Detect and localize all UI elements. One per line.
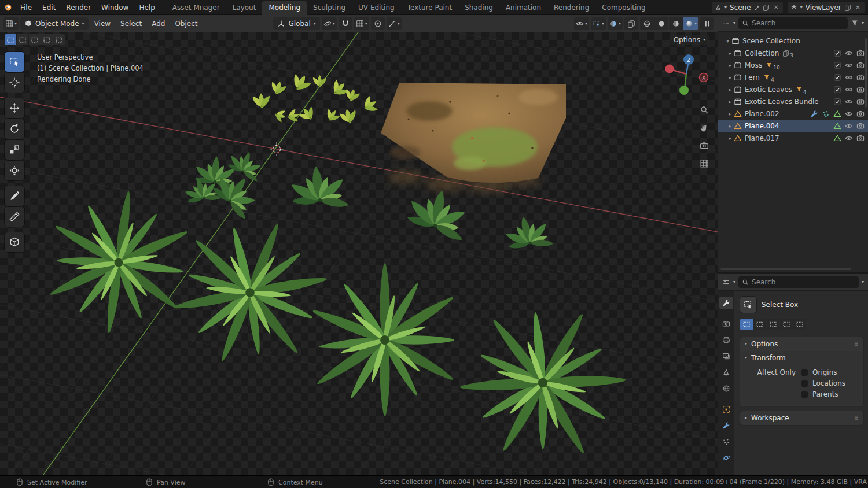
geometry-nodes-icon[interactable] bbox=[822, 110, 830, 118]
outliner-row-plane-004[interactable]: ▸ Plane.004 bbox=[718, 120, 868, 132]
gizmo-neg-x-axis[interactable] bbox=[665, 65, 674, 73]
filter-funnel-icon[interactable] bbox=[851, 19, 859, 27]
exclude-checkbox[interactable] bbox=[833, 61, 841, 69]
hide-eye-icon[interactable] bbox=[845, 49, 853, 57]
snapping-magnet-button[interactable] bbox=[339, 17, 352, 30]
panel-grip-icon[interactable]: ⠿ bbox=[854, 415, 859, 422]
properties-search-input[interactable] bbox=[752, 278, 855, 286]
tab-texture-paint[interactable]: Texture Paint bbox=[401, 1, 458, 15]
tab-particle-properties[interactable] bbox=[719, 435, 733, 448]
tab-compositing[interactable]: Compositing bbox=[595, 1, 652, 15]
viewlayer-selector[interactable]: ▾ ViewLayer × bbox=[788, 2, 865, 13]
outliner-row-moss[interactable]: ▸ Moss 10 bbox=[718, 59, 868, 71]
tab-world-properties[interactable] bbox=[719, 382, 733, 395]
shading-wireframe-button[interactable] bbox=[640, 17, 654, 30]
menu-view[interactable]: View bbox=[90, 15, 115, 32]
exclude-checkbox[interactable] bbox=[833, 98, 841, 106]
transform-panel-header[interactable]: ▾ Transform bbox=[740, 351, 863, 365]
mesh-data-icon[interactable] bbox=[833, 110, 841, 118]
blender-logo[interactable] bbox=[0, 3, 15, 12]
menu-help[interactable]: Help bbox=[134, 0, 160, 15]
outliner-item-label[interactable]: Fern bbox=[745, 73, 760, 82]
tab-shading[interactable]: Shading bbox=[458, 1, 499, 15]
mesh-data-icon[interactable] bbox=[833, 134, 841, 142]
tab-modeling[interactable]: Modeling bbox=[262, 1, 307, 15]
tool-add-cube[interactable] bbox=[5, 232, 24, 252]
tab-rendering[interactable]: Rendering bbox=[547, 1, 595, 15]
expand-chevron-icon[interactable]: ▸ bbox=[726, 135, 734, 141]
outliner-row-exotic-leaves[interactable]: ▸ Exotic Leaves 4 bbox=[718, 83, 868, 95]
camera-view-icon[interactable] bbox=[700, 141, 709, 150]
chevron-down-icon[interactable]: ▾ bbox=[862, 280, 864, 284]
hide-eye-icon[interactable] bbox=[845, 110, 853, 118]
outliner-row-collection[interactable]: ▸ Collection 3 bbox=[718, 47, 868, 59]
snap-ring-button[interactable]: ▾ bbox=[322, 17, 337, 30]
chevron-down-icon[interactable]: ▾ bbox=[733, 21, 735, 25]
expand-chevron-icon[interactable]: ▸ bbox=[726, 62, 734, 68]
render-camera-icon[interactable] bbox=[856, 61, 865, 69]
shading-solid-button[interactable] bbox=[654, 17, 668, 30]
outliner-item-label[interactable]: Exotic Leaves Bundle bbox=[745, 98, 819, 106]
render-camera-icon[interactable] bbox=[856, 98, 865, 106]
origins-checkbox-row[interactable]: Origins bbox=[801, 368, 858, 376]
select-mode-invert-button[interactable] bbox=[41, 34, 53, 45]
render-camera-icon[interactable] bbox=[856, 110, 865, 118]
render-camera-icon[interactable] bbox=[856, 73, 865, 82]
modifier-wrench-icon[interactable] bbox=[810, 110, 818, 118]
tool-transform[interactable] bbox=[5, 161, 24, 180]
shading-rendered-button[interactable]: ▾ bbox=[683, 17, 698, 30]
render-camera-icon[interactable] bbox=[856, 49, 865, 57]
expand-chevron-icon[interactable]: ▸ bbox=[726, 99, 734, 105]
snap-settings-dropdown[interactable]: ▾ bbox=[354, 17, 369, 30]
tab-render-properties[interactable] bbox=[719, 317, 733, 330]
locations-checkbox-row[interactable]: Locations bbox=[801, 379, 858, 387]
tab-asset-manager[interactable]: Asset Mnager bbox=[166, 1, 226, 15]
ortho-grid-icon[interactable] bbox=[700, 159, 709, 168]
panel-grip-icon[interactable]: ⠿ bbox=[854, 341, 859, 347]
hide-eye-icon[interactable] bbox=[845, 134, 853, 142]
tab-layout[interactable]: Layout bbox=[226, 1, 263, 15]
editor-splitter[interactable] bbox=[718, 272, 868, 274]
outliner-item-label[interactable]: Plane.017 bbox=[745, 134, 779, 142]
chevron-down-icon[interactable]: ▾ bbox=[733, 280, 735, 284]
menu-file[interactable]: File bbox=[15, 0, 37, 15]
outliner-row-scene-collection[interactable]: ▾ Scene Collection bbox=[718, 35, 868, 47]
tool-move[interactable] bbox=[5, 98, 24, 118]
locations-checkbox[interactable] bbox=[801, 380, 808, 387]
hide-eye-icon[interactable] bbox=[845, 61, 853, 69]
gizmo-y-axis[interactable] bbox=[679, 86, 689, 95]
render-camera-icon[interactable] bbox=[856, 86, 865, 94]
expand-chevron-icon[interactable]: ▸ bbox=[726, 123, 734, 129]
select-mode-extend-button[interactable] bbox=[17, 34, 28, 45]
remove-viewlayer-icon[interactable]: × bbox=[854, 3, 862, 11]
tab-object-properties[interactable] bbox=[719, 403, 733, 416]
parents-checkbox[interactable] bbox=[801, 391, 808, 398]
outliner-row-exotic-leaves-bundle[interactable]: ▸ Exotic Leaves Bundle bbox=[718, 95, 868, 108]
tool-rotate[interactable] bbox=[5, 119, 24, 139]
shading-material-button[interactable] bbox=[669, 17, 683, 30]
falloff-dropdown[interactable]: ▾ bbox=[387, 17, 402, 30]
outliner-item-label[interactable]: Collection bbox=[745, 49, 779, 57]
properties-editor-icon[interactable] bbox=[722, 278, 730, 286]
outliner-row-plane-002[interactable]: ▸ Plane.002 bbox=[718, 108, 868, 120]
menu-object[interactable]: Object bbox=[171, 15, 201, 32]
unlink-scene-icon[interactable]: × bbox=[773, 3, 780, 11]
tool-select-box[interactable] bbox=[5, 52, 24, 72]
pause-render-button[interactable] bbox=[700, 17, 714, 30]
tab-scene-properties[interactable] bbox=[719, 366, 733, 379]
options-panel-header[interactable]: ▾ Options ⠿ bbox=[740, 337, 863, 351]
expand-chevron-icon[interactable]: ▸ bbox=[726, 111, 734, 117]
mesh-data-icon[interactable] bbox=[833, 122, 841, 130]
tab-physics-properties[interactable] bbox=[719, 452, 733, 464]
outliner-row-plane-017[interactable]: ▸ Plane.017 bbox=[718, 132, 868, 144]
select-mode-subtract-button[interactable] bbox=[767, 319, 779, 330]
hide-eye-icon[interactable] bbox=[845, 73, 853, 82]
active-tool-button[interactable] bbox=[740, 297, 756, 313]
render-camera-icon[interactable] bbox=[856, 134, 865, 142]
outliner-scrollbar-vertical[interactable] bbox=[865, 38, 867, 108]
tool-options-dropdown[interactable]: Options ▾ bbox=[670, 35, 709, 45]
menu-select[interactable]: Select bbox=[116, 15, 146, 32]
hide-eye-icon[interactable] bbox=[845, 86, 853, 94]
expand-chevron-icon[interactable]: ▸ bbox=[726, 75, 734, 80]
properties-search[interactable] bbox=[738, 276, 859, 288]
